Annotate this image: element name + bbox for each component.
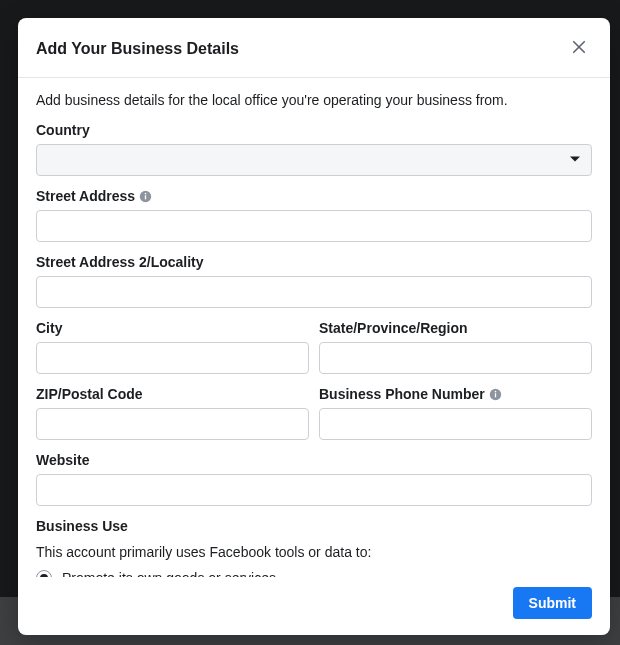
zip-group: ZIP/Postal Code xyxy=(36,386,309,440)
street2-label: Street Address 2/Locality xyxy=(36,254,592,270)
country-group: Country xyxy=(36,122,592,176)
street-label: Street Address xyxy=(36,188,135,204)
city-label: City xyxy=(36,320,309,336)
website-group: Website xyxy=(36,452,592,506)
business-details-modal: Add Your Business Details Add business d… xyxy=(18,18,610,635)
info-icon[interactable] xyxy=(139,190,152,203)
submit-button[interactable]: Submit xyxy=(513,587,592,619)
modal-title: Add Your Business Details xyxy=(36,40,239,58)
state-label: State/Province/Region xyxy=(319,320,592,336)
phone-label: Business Phone Number xyxy=(319,386,485,402)
country-select[interactable] xyxy=(36,144,592,176)
zip-label: ZIP/Postal Code xyxy=(36,386,309,402)
svg-point-4 xyxy=(145,192,147,194)
street-group: Street Address xyxy=(36,188,592,242)
info-icon[interactable] xyxy=(489,388,502,401)
country-label: Country xyxy=(36,122,592,138)
close-icon xyxy=(570,38,588,59)
website-input[interactable] xyxy=(36,474,592,506)
svg-rect-3 xyxy=(145,195,146,199)
phone-input[interactable] xyxy=(319,408,592,440)
modal-description: Add business details for the local offic… xyxy=(36,92,592,108)
city-input[interactable] xyxy=(36,342,309,374)
radio-icon xyxy=(36,570,52,577)
city-group: City xyxy=(36,320,309,374)
state-group: State/Province/Region xyxy=(319,320,592,374)
website-label: Website xyxy=(36,452,592,468)
zip-input[interactable] xyxy=(36,408,309,440)
state-input[interactable] xyxy=(319,342,592,374)
street-input[interactable] xyxy=(36,210,592,242)
svg-point-7 xyxy=(494,390,496,392)
chevron-down-icon xyxy=(569,151,581,169)
radio-label: Promote its own goods or services xyxy=(62,570,276,577)
modal-body: Add business details for the local offic… xyxy=(18,78,610,577)
close-button[interactable] xyxy=(566,34,592,63)
modal-footer: Submit xyxy=(18,577,610,635)
business-use-radio-group: Promote its own goods or services Provid… xyxy=(36,570,592,577)
radio-option-promote[interactable]: Promote its own goods or services xyxy=(36,570,592,577)
business-use-label: Business Use xyxy=(36,518,592,534)
street2-input[interactable] xyxy=(36,276,592,308)
svg-rect-6 xyxy=(495,393,496,397)
street2-group: Street Address 2/Locality xyxy=(36,254,592,308)
business-use-description: This account primarily uses Facebook too… xyxy=(36,544,592,560)
modal-header: Add Your Business Details xyxy=(18,18,610,78)
phone-group: Business Phone Number xyxy=(319,386,592,440)
